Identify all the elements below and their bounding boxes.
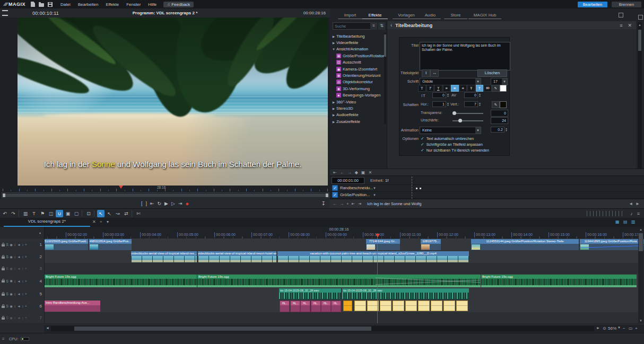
chevron-down-icon[interactable]: ▼ [373,193,378,197]
track-lane-2[interactable]: videoblocks-aerial-view-of-tropical-isla… [45,251,638,263]
menu-fenster[interactable]: Fenster [123,1,144,8]
zoom-tool-icon[interactable]: ⊙ [603,326,606,331]
track-lane-7[interactable] [45,312,638,324]
clip-510035935-jpeg[interactable]: 510035935.jpeg Größe/Positi... [45,239,88,250]
fx-group-360-video[interactable]: ▶360°-Video [331,99,384,105]
feedback-button[interactable]: ☝Feedback [163,2,194,7]
font-family-select[interactable]: Gidole▼ [420,78,481,85]
clip-bright-future-15s-ogg[interactable]: Bright Future 15s.ogg [481,275,637,287]
track-lane-4[interactable]: Bright Future 15s.oggBright Future 15s.o… [45,274,638,288]
monitor-icon[interactable]: ◄ [17,292,20,296]
kf-first-icon[interactable]: ⇤ [333,170,337,175]
height-icon[interactable]: ↕ [14,255,16,259]
solo-icon[interactable]: S [6,243,8,246]
mute-icon[interactable]: ◉ [10,292,13,296]
title-block[interactable] [431,301,442,311]
caret-right-icon[interactable]: ▶ [331,100,336,104]
keyframe-row-randbeschneidung[interactable]: ✓ Randbeschneidu... ▼ [330,184,644,192]
marker-icon[interactable]: ⚑ [39,210,46,217]
scroll-right-icon[interactable]: ► [596,326,600,330]
monitor-icon[interactable]: ◄ [17,255,20,259]
kf-prev-icon[interactable]: ← [340,170,344,175]
caret-right-icon[interactable]: ▶ [331,113,336,117]
jump-first-icon[interactable]: ⇤ [352,201,355,206]
lock-icon[interactable] [2,257,5,259]
tab-store[interactable]: Store [444,12,467,19]
clip-10819775[interactable]: 10819775... [421,239,441,250]
unschaerfe-value[interactable]: 24 [491,117,508,124]
height-icon[interactable]: ↕ [14,316,16,320]
jump-end-icon[interactable]: ⇥ [178,201,182,206]
collapse-icon[interactable]: ↕ [22,316,23,320]
chevron-down-icon[interactable]: ▼ [373,187,378,190]
mute-icon[interactable]: ◉ [10,243,13,247]
chevron-down-icon[interactable]: ▼ [475,127,481,134]
record-icon[interactable]: ● [185,201,189,206]
track-header-7[interactable]: S◉↕◄↕+7 [0,312,45,324]
title-block[interactable] [354,301,366,311]
option-text-automatisch-umbrechen[interactable]: ✓Text automatisch umbrechen [421,136,474,141]
play-icon[interactable]: ▶ [164,201,168,206]
align-left-button[interactable]: ≡ [443,85,451,92]
height-icon[interactable]: ↕ [14,292,16,296]
chevron-down-icon[interactable]: ▼ [502,78,507,85]
fx-group-zusatzeffekte[interactable]: ▶Zusatzeffekte [331,118,384,125]
vertical-text-button[interactable]: T [476,85,484,92]
group-icon[interactable]: ▣ [64,210,72,217]
preview-ruler[interactable]: 28:16 [0,186,330,191]
keyframe-timecode[interactable]: 00:00:01:00 [332,177,364,184]
font-color-swatch[interactable] [500,85,507,92]
caret-right-icon[interactable]: ▶ [331,120,336,124]
mark-out-icon[interactable]: ] [145,201,147,206]
line-spacing-icon[interactable]: ↕T [421,93,425,98]
scrollbar-handle-right[interactable] [326,193,328,197]
fx-group-titelbearbeitung[interactable]: ▶Titelbearbeitung [331,33,384,39]
panel-corner-icon[interactable] [638,15,643,20]
toolbar-menu-icon[interactable]: ≡ [637,211,640,216]
track-header-4[interactable]: S◉↕◄↕+4 [0,274,45,288]
timeline-ruler[interactable]: ▾ 00:00:28:16 00:00:02:0000:00:03:0000:0… [0,227,644,239]
shadow-hor-stepper[interactable]: 1▲▼ [432,101,450,107]
lock-icon[interactable] [2,268,5,270]
fx-item-ausschnitt[interactable]: ⊡Ausschnitt [331,59,384,66]
add-track-icon[interactable]: + [25,292,27,296]
solo-icon[interactable]: S [6,292,8,296]
project-tab[interactable]: VDL screengraps 2* [4,219,90,227]
fx-group-audioeffekte[interactable]: ▶Audioeffekte [331,112,384,118]
menu-bearbeiten[interactable]: Bearbeiten [74,1,102,8]
track-menu-icon[interactable]: ▾ [39,231,41,235]
fit-width-icon[interactable]: ↔ [430,69,439,77]
title-text-input[interactable]: Ich lag in der Sonne und Wolfgang las se… [420,42,510,70]
status-menu-icon[interactable]: ≡ [2,337,5,341]
einheit-value[interactable]: 1f [385,178,388,183]
mouse-mode-move-icon[interactable]: ↖ [97,210,105,217]
ungroup-icon[interactable]: ▢ [73,210,80,217]
unschaerfe-slider[interactable] [452,120,483,121]
fx-item-objektivkorrektur[interactable]: ◎Objektivkorrektur [331,79,384,85]
collapse-icon[interactable]: ↕ [22,267,23,270]
jump-start-icon[interactable]: ⇤ [150,201,154,206]
clip-bright-future-15s-ogg[interactable]: Bright Future 15s.ogg [197,275,481,287]
text-cursor-icon[interactable]: I [422,69,430,77]
bold-button[interactable]: T [418,85,426,92]
clip-tts-15-04-2025-08-32-28-wav[interactable]: tts-15-04-2025-08_32_28.wav [342,288,469,299]
track-header-3[interactable]: S◉↕◄↕+3 [0,263,45,275]
animation-step-stepper[interactable]: 0.2▲▼ [491,127,508,133]
title-block[interactable] [380,301,391,311]
solo-icon[interactable]: S [6,316,8,320]
collapse-icon[interactable]: ↕ [22,292,23,296]
option-schriftgr-e-an-titelfeld-anpassen[interactable]: ✓Schriftgröße an Titelfeld anpassen [421,142,483,147]
line-spacing-stepper[interactable]: 0▲▼ [432,92,450,98]
clip-tts-15-04-2025-08-32-28-wav[interactable]: tts-15-04-2025-08_32_28.wav [279,288,341,299]
clip-vacation-with-coconut-palm-tree-and-beac[interactable]: vacation-with-coconut-palm-tree-and-beac… [277,251,469,262]
solo-icon[interactable]: S [6,304,8,308]
shadow-vert-stepper[interactable]: 7▲▼ [464,101,482,107]
fx-item-3d-verformung[interactable]: ◈3D-Verformung [331,85,384,92]
mute-icon[interactable]: ◉ [10,267,13,271]
monitor-icon[interactable]: ◄ [17,304,20,308]
title-tool-icon[interactable]: T [30,210,38,217]
mute-icon[interactable]: ◉ [10,279,13,283]
solo-icon[interactable]: S [6,255,8,259]
panel-menu-icon[interactable]: ≡ [620,23,622,28]
keyframe-marker[interactable] [416,188,417,189]
